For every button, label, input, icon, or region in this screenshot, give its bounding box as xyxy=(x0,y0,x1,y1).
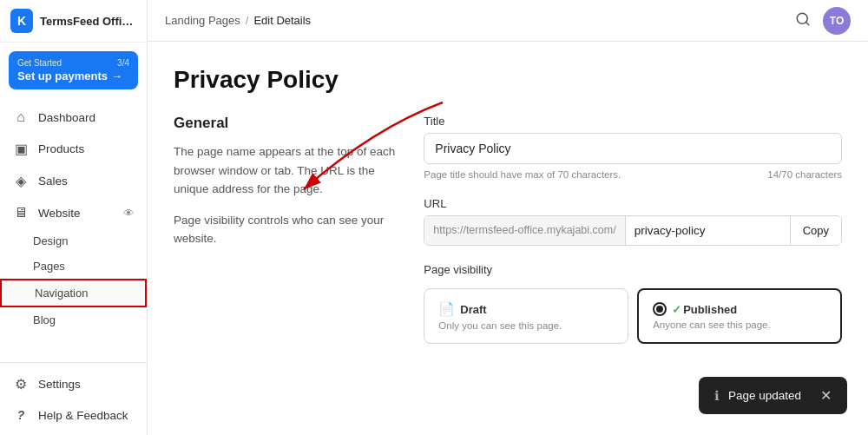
content-grid: General The page name appears at the top… xyxy=(174,115,842,344)
published-desc: Anyone can see this page. xyxy=(653,320,826,330)
svg-line-1 xyxy=(806,22,808,24)
settings-icon: ⚙ xyxy=(12,376,30,392)
setup-title: Set up payments → xyxy=(17,69,129,82)
sidebar-header: K TermsFeed Office... xyxy=(0,0,147,43)
topbar-right: TO xyxy=(795,7,851,35)
nav-label-dashboard: Dashboard xyxy=(38,111,95,124)
title-hint: Page title should have max of 70 charact… xyxy=(424,169,842,180)
general-heading: General xyxy=(174,115,396,132)
breadcrumb-separator: / xyxy=(246,14,249,27)
visibility-label: Page visibility xyxy=(424,263,842,276)
visibility-published[interactable]: ✓Published Anyone can see this page. xyxy=(637,288,842,344)
sidebar-item-navigation[interactable]: Navigation xyxy=(0,279,147,307)
nav-label-help: Help & Feedback xyxy=(38,409,128,422)
setup-banner[interactable]: Get Started 3/4 Set up payments → xyxy=(9,51,138,89)
toast-close-button[interactable]: ✕ xyxy=(820,387,832,404)
visibility-draft[interactable]: 📄 Draft Only you can see this page. xyxy=(424,288,628,344)
main: Landing Pages / Edit Details TO Privacy … xyxy=(148,0,868,435)
sidebar-item-website[interactable]: 🖥 Website 👁 xyxy=(0,197,147,228)
url-field-label: URL xyxy=(424,197,842,210)
sidebar-nav: ⌂ Dashboard ▣ Products ◈ Sales 🖥 Website… xyxy=(0,98,147,362)
url-field-group: URL https://termsfeed-office.mykajabi.co… xyxy=(424,197,842,246)
general-desc-1: The page name appears at the top of each… xyxy=(174,142,396,199)
breadcrumb: Landing Pages / Edit Details xyxy=(165,14,311,27)
help-icon: ? xyxy=(12,408,30,422)
sidebar-item-dashboard[interactable]: ⌂ Dashboard xyxy=(0,102,147,133)
sidebar-bottom: ⚙ Settings ? Help & Feedback xyxy=(0,362,147,435)
sidebar-item-settings[interactable]: ⚙ Settings xyxy=(0,368,147,400)
sidebar-item-pages[interactable]: Pages xyxy=(0,254,147,279)
toast-info-icon: ℹ xyxy=(714,388,720,404)
sidebar-item-sales[interactable]: ◈ Sales xyxy=(0,165,147,197)
website-icon: 🖥 xyxy=(12,205,30,221)
sidebar: K TermsFeed Office... Get Started 3/4 Se… xyxy=(0,0,148,435)
website-sub-nav: Design Pages Navigation Blog xyxy=(0,228,147,333)
app-logo[interactable]: K xyxy=(10,9,33,33)
published-title: ✓Published xyxy=(672,303,737,316)
copy-button[interactable]: Copy xyxy=(790,216,841,245)
title-field-label: Title xyxy=(424,115,842,128)
visibility-field-group: Page visibility 📄 Draft Only you can see… xyxy=(424,263,842,344)
app-name: TermsFeed Office... xyxy=(40,15,136,28)
title-field-group: Title Page title should have max of 70 c… xyxy=(424,115,842,180)
nav-label-sales: Sales xyxy=(38,175,68,188)
page-title: Privacy Policy xyxy=(174,66,842,94)
home-icon: ⌂ xyxy=(12,109,30,125)
url-slug-input[interactable] xyxy=(626,216,790,245)
draft-doc-icon: 📄 xyxy=(438,301,455,317)
products-icon: ▣ xyxy=(12,141,30,157)
left-column: General The page name appears at the top… xyxy=(174,115,396,344)
user-avatar[interactable]: TO xyxy=(823,7,851,35)
breadcrumb-current: Edit Details xyxy=(253,14,311,27)
sidebar-item-design[interactable]: Design xyxy=(0,228,147,254)
nav-label-website: Website xyxy=(38,207,81,220)
visibility-options: 📄 Draft Only you can see this page. ✓Pub… xyxy=(424,288,842,344)
nav-label-settings: Settings xyxy=(38,378,81,391)
sidebar-item-blog[interactable]: Blog xyxy=(0,307,147,333)
right-column: Title Page title should have max of 70 c… xyxy=(424,115,842,344)
toast-notification: ℹ Page updated ✕ xyxy=(699,377,847,414)
eye-icon[interactable]: 👁 xyxy=(123,207,135,220)
url-prefix: https://termsfeed-office.mykajabi.com/ xyxy=(424,216,625,245)
sidebar-item-help[interactable]: ? Help & Feedback xyxy=(0,400,147,430)
url-row: https://termsfeed-office.mykajabi.com/ C… xyxy=(424,215,842,246)
toast-message: Page updated xyxy=(728,389,801,402)
topbar: Landing Pages / Edit Details TO xyxy=(148,0,868,42)
sidebar-item-products[interactable]: ▣ Products xyxy=(0,133,147,165)
general-desc-2: Page visibility controls who can see you… xyxy=(174,211,396,248)
setup-label: Get Started xyxy=(17,58,62,68)
draft-title: Draft xyxy=(460,303,486,316)
breadcrumb-parent[interactable]: Landing Pages xyxy=(165,14,240,27)
nav-label-products: Products xyxy=(38,142,84,155)
title-input[interactable] xyxy=(424,133,842,164)
published-radio xyxy=(653,302,667,316)
draft-desc: Only you can see this page. xyxy=(438,320,614,331)
search-icon[interactable] xyxy=(795,11,811,30)
setup-fraction: 3/4 xyxy=(117,58,129,68)
sales-icon: ◈ xyxy=(12,173,30,189)
